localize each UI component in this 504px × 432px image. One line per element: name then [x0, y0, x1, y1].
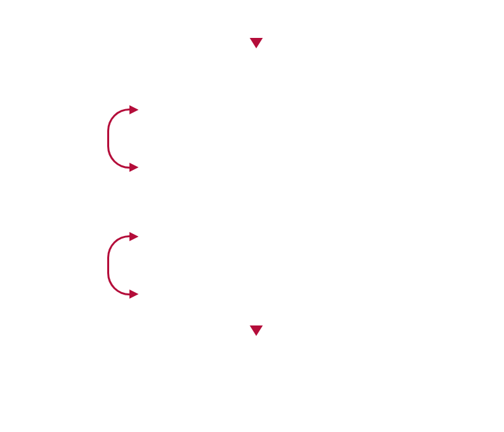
curve-1 [107, 108, 129, 169]
result-text [0, 371, 504, 391]
curve-2 [107, 235, 129, 295]
